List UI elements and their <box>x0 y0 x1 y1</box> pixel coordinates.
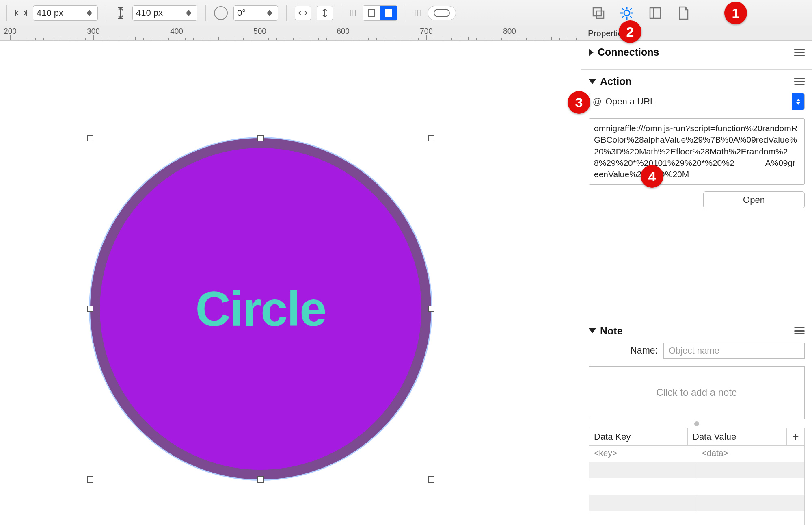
note-title: Note <box>600 325 623 337</box>
width-stepper[interactable] <box>87 7 94 20</box>
action-toggle[interactable]: Action <box>589 76 632 87</box>
shape-text: Circle <box>195 281 326 337</box>
svg-line-11 <box>630 8 632 10</box>
separator <box>205 5 206 21</box>
open-button-label: Open <box>743 195 765 205</box>
action-type-select[interactable]: @ Open a URL <box>589 93 805 110</box>
separator <box>106 5 106 21</box>
svg-rect-3 <box>596 11 604 18</box>
note-placeholder: Click to add a note <box>657 387 737 398</box>
table-row[interactable] <box>589 462 804 478</box>
height-input[interactable]: 410 px <box>132 5 197 21</box>
panel-menu-icon[interactable] <box>794 49 805 56</box>
width-icon <box>15 7 27 19</box>
data-kv-table: Data Key Data Value + <key> <data> <box>589 428 805 525</box>
table-row[interactable] <box>589 478 804 495</box>
rotation-value: 0° <box>237 8 267 18</box>
height-stepper[interactable] <box>186 7 194 20</box>
svg-line-9 <box>622 8 624 10</box>
callout-badge-3: 3 <box>568 91 590 114</box>
svg-rect-1 <box>385 10 392 16</box>
separator <box>406 5 406 21</box>
ruler-label: 600 <box>337 27 350 36</box>
panel-menu-icon[interactable] <box>794 327 805 334</box>
selection-handle[interactable] <box>87 476 93 483</box>
svg-rect-0 <box>368 10 375 16</box>
height-value: 410 px <box>136 8 186 18</box>
at-icon: @ <box>589 96 605 107</box>
panel-connections: Connections <box>581 41 812 70</box>
inspector-splitter[interactable] <box>577 0 581 525</box>
svg-rect-2 <box>593 8 601 16</box>
grip-icon: ||| <box>414 9 421 17</box>
open-button[interactable]: Open <box>703 191 805 208</box>
selection-handle[interactable] <box>428 135 434 141</box>
callout-badge-4: 4 <box>641 165 663 188</box>
table-row[interactable] <box>589 495 804 511</box>
fill-mode-segment[interactable] <box>363 5 397 21</box>
ruler-label: 700 <box>420 27 433 36</box>
inspector-tabs <box>581 0 812 26</box>
connections-title: Connections <box>598 46 659 58</box>
kv-add-button[interactable]: + <box>786 428 804 445</box>
action-url-field[interactable]: omnigraffle:///omnijs-run?script=functio… <box>589 118 805 185</box>
fill-mode-solid[interactable] <box>380 6 397 20</box>
ruler-label: 500 <box>253 27 266 36</box>
shape-picker-button[interactable] <box>428 6 456 20</box>
note-toggle[interactable]: Note <box>589 325 623 337</box>
svg-point-4 <box>624 10 630 16</box>
action-title: Action <box>600 76 632 87</box>
panel-menu-icon[interactable] <box>794 78 805 85</box>
kv-header-value[interactable]: Data Value <box>688 428 786 445</box>
rotation-icon[interactable] <box>214 6 228 20</box>
fill-mode-none[interactable] <box>363 6 380 20</box>
name-label: Name: <box>589 345 658 356</box>
panel-note: Note Name: Click to add a note Data Key … <box>581 319 812 525</box>
disclosure-open-icon <box>589 328 596 333</box>
inspector-panel: Properties Connections Action @ Open a U… <box>581 0 812 525</box>
width-value: 410 px <box>37 8 87 18</box>
separator <box>286 5 287 21</box>
callout-badge-2: 2 <box>619 20 641 43</box>
separator <box>6 5 7 21</box>
flip-horizontal-button[interactable] <box>295 6 311 20</box>
height-icon <box>114 7 127 19</box>
kv-key-cell[interactable]: <key> <box>589 446 697 462</box>
separator <box>341 5 341 21</box>
select-arrows-icon <box>792 93 804 110</box>
action-type-label: Open a URL <box>605 96 792 107</box>
panel-action: Action @ Open a URL omnigraffle:///omnij… <box>581 70 812 319</box>
selection-handle[interactable] <box>428 476 434 483</box>
inspector-header: Properties <box>581 26 812 41</box>
ruler-label: 200 <box>4 27 17 36</box>
circle-shape[interactable]: Circle <box>90 138 431 479</box>
grip-icon: ||| <box>350 9 357 17</box>
width-input[interactable]: 410 px <box>33 5 98 21</box>
connections-toggle[interactable]: Connections <box>589 46 659 58</box>
ruler-label: 300 <box>87 27 100 36</box>
rotation-stepper[interactable] <box>267 7 274 20</box>
flip-vertical-button[interactable] <box>317 6 333 20</box>
tab-object[interactable] <box>590 4 607 22</box>
ruler-label: 800 <box>503 27 516 36</box>
tab-properties[interactable] <box>618 4 636 22</box>
table-row[interactable]: <key> <data> <box>589 446 804 462</box>
rotation-input[interactable]: 0° <box>233 5 278 21</box>
tab-document[interactable] <box>675 4 693 22</box>
disclosure-open-icon <box>589 79 596 84</box>
resize-dot-icon[interactable] <box>694 421 699 426</box>
tab-canvas[interactable] <box>646 4 664 22</box>
svg-line-12 <box>622 16 624 18</box>
table-row[interactable] <box>589 511 804 525</box>
disclosure-closed-icon <box>589 49 594 56</box>
oval-icon <box>434 9 450 17</box>
canvas-area[interactable]: Circle <box>0 41 577 525</box>
svg-rect-13 <box>650 8 661 18</box>
selection-handle[interactable] <box>87 135 93 141</box>
object-name-input[interactable] <box>663 343 805 359</box>
note-textarea[interactable]: Click to add a note <box>589 366 805 419</box>
kv-header-key[interactable]: Data Key <box>589 428 688 445</box>
svg-line-10 <box>630 16 632 18</box>
ruler-label: 400 <box>170 27 183 36</box>
kv-value-cell[interactable]: <data> <box>697 446 805 462</box>
